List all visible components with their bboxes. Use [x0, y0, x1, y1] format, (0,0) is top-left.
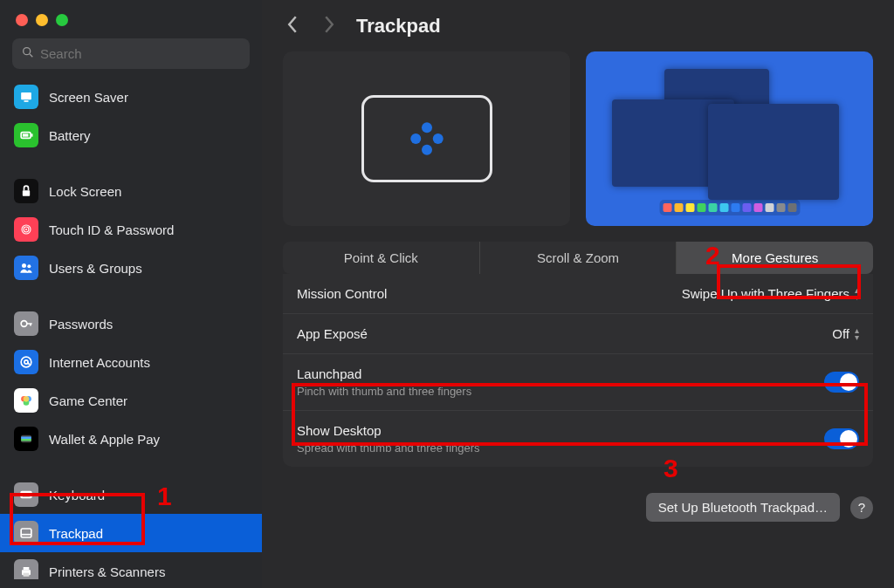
toggle-switch[interactable] [824, 372, 859, 393]
svg-rect-24 [23, 496, 30, 497]
sidebar-item-wallet-apple-pay[interactable]: Wallet & Apple Pay [0, 420, 262, 458]
svg-rect-2 [21, 92, 31, 99]
close-button[interactable] [16, 14, 28, 26]
setting-mission-control[interactable]: Mission Control Swipe Up with Three Fing… [283, 274, 873, 314]
dock-app-icon [765, 203, 774, 212]
trackpad-icon [361, 95, 492, 182]
setting-sub: Pinch with thumb and three fingers [297, 385, 471, 398]
sidebar-item-label: Touch ID & Password [49, 222, 174, 237]
setting-value[interactable]: Swipe Up with Three Fingers ▴▾ [682, 286, 859, 301]
sidebar-item-passwords[interactable]: Passwords [0, 304, 262, 343]
header: Trackpad [262, 0, 894, 51]
sidebar-item-label: Wallet & Apple Pay [49, 432, 160, 447]
dock-app-icon [742, 203, 751, 212]
tab-scroll-zoom[interactable]: Scroll & Zoom [480, 242, 677, 274]
setting-title: Show Desktop [297, 423, 480, 438]
svg-rect-21 [21, 437, 31, 440]
desktop-preview [586, 51, 873, 226]
setup-bluetooth-button[interactable]: Set Up Bluetooth Trackpad… [646, 493, 840, 522]
page-title: Trackpad [356, 15, 441, 38]
sidebar-item-internet-accounts[interactable]: Internet Accounts [0, 343, 262, 381]
sidebar-item-lock-screen[interactable]: Lock Screen [0, 172, 262, 210]
preview-row [283, 51, 873, 226]
setting-sub: Spread with thumb and three fingers [297, 441, 480, 455]
svg-point-11 [22, 263, 26, 268]
sidebar-item-label: Battery [49, 128, 91, 143]
forward-button[interactable] [320, 12, 339, 39]
svg-rect-23 [20, 491, 31, 498]
sidebar-item-label: Keyboard [49, 488, 105, 503]
sidebar-item-label: Users & Groups [49, 261, 142, 276]
settings-list: Mission Control Swipe Up with Three Fing… [283, 274, 873, 467]
search-input[interactable] [40, 46, 241, 61]
battery-icon [14, 123, 38, 147]
svg-rect-6 [23, 133, 29, 136]
svg-point-13 [21, 321, 27, 327]
sidebar-item-label: Screen Saver [49, 90, 128, 105]
tab-point-click[interactable]: Point & Click [283, 242, 480, 274]
minimize-button[interactable] [36, 14, 48, 26]
key-icon [14, 311, 38, 336]
footer: Set Up Bluetooth Trackpad… ? [283, 493, 873, 522]
tab-more-gestures[interactable]: More Gestures [677, 242, 873, 274]
sidebar-item-battery[interactable]: Battery [0, 116, 262, 154]
svg-rect-28 [24, 567, 30, 570]
trackpad-icon [14, 521, 38, 545]
setting-show-desktop[interactable]: Show Desktop Spread with thumb and three… [283, 411, 873, 467]
dock-app-icon [787, 203, 796, 212]
sidebar-item-trackpad[interactable]: Trackpad [0, 514, 262, 552]
sidebar-item-game-center[interactable]: Game Center [0, 381, 262, 420]
setting-title: App Exposé [297, 326, 368, 341]
tab-bar: Point & ClickScroll & ZoomMore Gestures [283, 242, 873, 274]
setting-value[interactable]: Off ▴▾ [832, 326, 859, 341]
sidebar-item-label: Lock Screen [49, 184, 121, 199]
sidebar-item-keyboard[interactable]: Keyboard [0, 475, 262, 514]
svg-rect-3 [24, 100, 29, 102]
gamecenter-icon [14, 388, 38, 413]
sidebar-item-printers-scanners[interactable]: Printers & Scanners [0, 552, 262, 579]
sidebar-item-label: Trackpad [49, 526, 103, 541]
svg-point-19 [24, 396, 30, 402]
svg-rect-25 [21, 529, 31, 537]
printer-icon [14, 559, 38, 579]
users-icon [14, 256, 38, 280]
svg-rect-5 [31, 133, 33, 136]
chevron-updown-icon: ▴▾ [855, 327, 859, 341]
search-field[interactable] [12, 38, 250, 69]
sidebar-item-label: Game Center [49, 393, 127, 408]
svg-point-10 [25, 229, 27, 230]
setting-app-expose[interactable]: App Exposé Off ▴▾ [283, 314, 873, 354]
dock-preview [659, 200, 800, 215]
sidebar-item-touch-id-password[interactable]: Touch ID & Password [0, 210, 262, 249]
trackpad-preview [283, 51, 570, 226]
setting-launchpad[interactable]: Launchpad Pinch with thumb and three fin… [283, 354, 873, 411]
sidebar-item-label: Printers & Scanners [49, 564, 165, 579]
sidebar-item-users-groups[interactable]: Users & Groups [0, 249, 262, 287]
sidebar: Screen SaverBatteryLock ScreenTouch ID &… [0, 0, 262, 588]
main-pane: Trackpad Point & ClickScroll & ZoomMore … [262, 0, 894, 588]
dock-app-icon [697, 203, 705, 212]
window-controls [0, 9, 262, 38]
chevron-updown-icon: ▴▾ [855, 287, 859, 301]
screensaver-icon [14, 85, 38, 109]
toggle-switch[interactable] [824, 428, 859, 449]
help-button[interactable]: ? [850, 496, 873, 519]
dock-app-icon [719, 203, 728, 212]
setting-title: Mission Control [297, 286, 387, 301]
back-button[interactable] [283, 12, 302, 39]
svg-point-12 [27, 264, 31, 268]
at-icon [14, 350, 38, 374]
dock-app-icon [685, 203, 694, 212]
keyboard-icon [14, 482, 38, 507]
sidebar-item-screen-saver[interactable]: Screen Saver [0, 78, 262, 116]
setting-title: Launchpad [297, 366, 471, 381]
svg-line-1 [30, 54, 32, 57]
dock-app-icon [731, 203, 739, 212]
maximize-button[interactable] [56, 14, 68, 26]
wallet-icon [14, 427, 38, 451]
sidebar-list: Screen SaverBatteryLock ScreenTouch ID &… [0, 78, 262, 579]
dock-app-icon [776, 203, 785, 212]
svg-rect-7 [23, 190, 30, 196]
dock-app-icon [663, 203, 671, 212]
sidebar-item-label: Internet Accounts [49, 355, 150, 370]
